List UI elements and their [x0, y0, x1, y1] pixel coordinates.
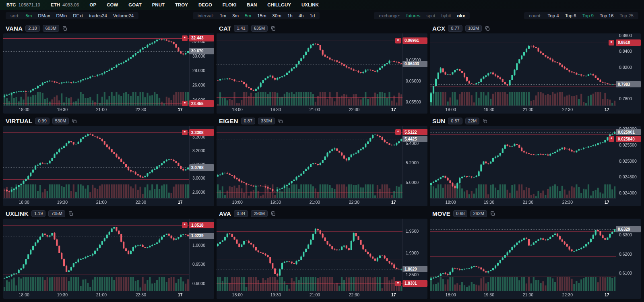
symbol-label: VIRTUAL: [6, 118, 32, 124]
alert-price-badge[interactable]: 0.8510: [616, 39, 641, 46]
time-axis-tick: 17: [391, 292, 396, 297]
ticker-item-ban[interactable]: BAN: [247, 2, 257, 7]
candlestick-chart[interactable]: [430, 33, 641, 114]
copy-icon[interactable]: [270, 26, 276, 31]
option-top-25[interactable]: Top 25: [619, 13, 634, 18]
y-axis-tick: 2.9000: [192, 190, 205, 194]
ticker-item-pnut[interactable]: PNUT: [152, 2, 165, 7]
time-axis-tick: 19:30: [270, 107, 281, 112]
option-volume24[interactable]: Volume24: [113, 13, 134, 18]
time-axis-tick: 22:30: [136, 107, 146, 112]
option-top-9[interactable]: Top 9: [582, 13, 594, 18]
chart-body: 32.00030.00028.00026.00024.00032.443*30.…: [3, 33, 214, 114]
option-15m[interactable]: 15m: [257, 13, 266, 18]
current-price-badge: 3.0768: [189, 164, 214, 171]
y-axis-tick: 1.8500: [406, 272, 419, 277]
ticker-item-floki[interactable]: FLOKI: [223, 2, 237, 7]
option-5m[interactable]: 5m: [25, 13, 32, 18]
ticker-item-chillguy[interactable]: CHILLGUY: [267, 2, 291, 7]
option-top-4[interactable]: Top 4: [547, 13, 559, 18]
price-chip: 1.19: [31, 210, 45, 217]
option-30m[interactable]: 30m: [272, 13, 281, 18]
option-1m[interactable]: 1m: [220, 13, 226, 18]
candlestick-chart[interactable]: [3, 126, 214, 206]
time-axis-tick: 18:00: [19, 107, 29, 112]
option-top-6[interactable]: Top 6: [565, 13, 576, 18]
volume-chip: 603M: [43, 25, 60, 32]
volume-chip: 262M: [470, 210, 487, 217]
panel-header: VIRTUAL0.99530M: [3, 116, 214, 126]
candlestick-chart[interactable]: [217, 33, 427, 114]
chart-body: 1.95001.90001.85001.86291.8301*18:0019:3…: [217, 219, 427, 299]
candlestick-chart[interactable]: [217, 219, 427, 299]
time-axis-tick: 17: [605, 107, 609, 112]
ticker-item-goat[interactable]: GOAT: [128, 2, 141, 7]
ticker-item-btc[interactable]: BTC105871.10: [6, 2, 40, 7]
copy-icon[interactable]: [490, 211, 495, 216]
option-3m[interactable]: 3m: [232, 13, 239, 18]
y-axis-tick: 0.9000: [192, 281, 205, 286]
alert-price-badge[interactable]: 0.06961: [402, 37, 427, 44]
alert-price-badge[interactable]: 3.3308: [189, 129, 214, 136]
copy-icon[interactable]: [72, 118, 77, 124]
option-dmax[interactable]: DMax: [38, 13, 50, 18]
alert-price-badge[interactable]: 23.455: [189, 100, 214, 107]
ticker-item-troy[interactable]: TROY: [175, 2, 188, 7]
option-futures[interactable]: futures: [406, 13, 420, 18]
copy-icon[interactable]: [278, 118, 283, 124]
time-axis-tick: 17: [391, 107, 396, 112]
option-dmin[interactable]: DMin: [56, 13, 67, 18]
time-axis-tick: 19:30: [57, 107, 68, 112]
y-axis-tick: 3.2000: [192, 148, 205, 153]
ticker-item-op[interactable]: OP: [90, 2, 97, 7]
candlestick-chart[interactable]: [3, 219, 214, 299]
copy-icon[interactable]: [62, 26, 67, 31]
time-axis-tick: 22:30: [562, 200, 573, 205]
y-axis-tick: 26.000: [192, 83, 205, 87]
y-axis-tick: 5.2000: [406, 160, 419, 165]
time-axis-tick: 19:30: [270, 200, 281, 205]
copy-icon[interactable]: [485, 26, 490, 31]
current-price-badge: 1.0239: [189, 233, 214, 239]
option-trades24[interactable]: trades24: [89, 13, 107, 18]
volume-chip: 330M: [258, 118, 275, 124]
ticker-item-cow[interactable]: COW: [107, 2, 118, 7]
alert-price-badge[interactable]: 0.025840: [616, 136, 641, 142]
alert-star-icon: *: [182, 222, 188, 228]
alert-price-badge[interactable]: 1.0518: [189, 222, 214, 228]
option-bybit[interactable]: bybit: [441, 13, 451, 18]
ticker-item-uxlink[interactable]: UXLINK: [301, 2, 319, 7]
alert-price-badge[interactable]: 1.8301: [402, 280, 427, 287]
option-top-16[interactable]: Top 16: [600, 13, 614, 18]
candlestick-chart[interactable]: [217, 126, 427, 206]
panel-header: SUN0.5722M: [430, 116, 641, 126]
time-axis-tick: 21:00: [523, 292, 533, 297]
alert-price-badge[interactable]: 5.5122: [402, 129, 427, 135]
alert-price-badge[interactable]: 32.443: [189, 35, 214, 41]
candlestick-chart[interactable]: [430, 219, 641, 299]
option-4h[interactable]: 4h: [299, 13, 304, 18]
price-chip: 0.57: [448, 118, 462, 124]
copy-icon[interactable]: [270, 211, 276, 216]
time-axis-tick: 22:30: [562, 292, 573, 297]
time-axis-tick: 19:30: [484, 107, 494, 112]
option-1d[interactable]: 1d: [310, 13, 315, 18]
copy-icon[interactable]: [482, 118, 487, 124]
alert-star-icon: *: [395, 281, 401, 286]
option-1h[interactable]: 1h: [287, 13, 293, 18]
copy-icon[interactable]: [68, 211, 73, 216]
charts-grid: VANA2.18603M32.00030.00028.00026.00024.0…: [0, 21, 644, 300]
y-axis-tick: 3.0000: [192, 176, 205, 180]
y-axis-tick: 0.06000: [406, 79, 421, 83]
ticker-item-dego[interactable]: DEGO: [198, 2, 212, 7]
option-5m[interactable]: 5m: [245, 13, 251, 18]
chart-body: 0.0260000.0255000.0250000.0245000.024000…: [430, 126, 641, 206]
ticker-bar: BTC105871.10ETH4033.06OPCOWGOATPNUTTROYD…: [0, 0, 644, 10]
option-okx[interactable]: okx: [457, 13, 465, 18]
option-dext[interactable]: DExt: [73, 13, 83, 18]
time-axis-tick: 22:30: [349, 292, 359, 297]
ticker-item-eth[interactable]: ETH4033.06: [51, 2, 79, 7]
volume-chip: 22M: [465, 118, 479, 124]
ticker-price: 4033.06: [62, 2, 79, 7]
option-spot[interactable]: spot: [426, 13, 435, 18]
